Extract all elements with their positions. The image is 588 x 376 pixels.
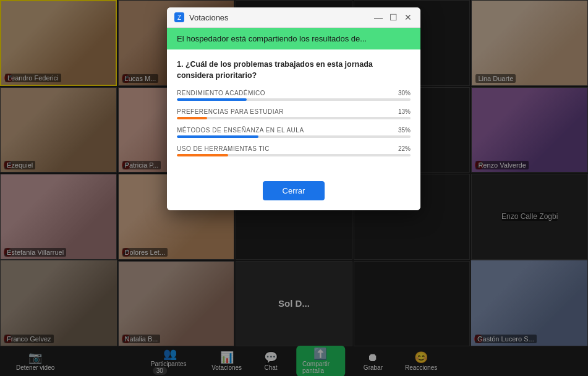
- modal-title: Votaciones: [189, 13, 373, 22]
- poll-item: PREFERENCIAS PARA ESTUDIAR 13%: [177, 108, 411, 119]
- poll-item-pct: 30%: [398, 90, 411, 96]
- app-icon: Z: [174, 12, 184, 22]
- close-button[interactable]: ✕: [403, 12, 413, 22]
- poll-item-pct: 35%: [398, 127, 411, 134]
- poll-item-label: MÉTODOS DE ENSEÑANZA EN EL AULA: [177, 127, 304, 134]
- poll-bar-bg: [177, 154, 411, 156]
- poll-bar-bg: [177, 117, 411, 119]
- poll-item-pct: 13%: [398, 108, 411, 115]
- cerrar-button[interactable]: Cerrar: [263, 181, 325, 200]
- modal-controls: — ☐ ✕: [373, 12, 413, 22]
- poll-bar-bg: [177, 135, 411, 138]
- poll-item: USO DE HERRAMIENTAS TIC 22%: [177, 145, 411, 156]
- poll-item-pct: 22%: [398, 145, 411, 152]
- poll-bar-fill: [177, 98, 247, 101]
- modal-titlebar: Z Votaciones — ☐ ✕: [167, 7, 420, 28]
- poll-items-container: RENDIMIENTO ACADÉMICO 30% PREFERENCIAS P…: [177, 90, 411, 156]
- minimize-button[interactable]: —: [373, 12, 383, 22]
- poll-item-label: RENDIMIENTO ACADÉMICO: [177, 90, 265, 96]
- poll-item-label: PREFERENCIAS PARA ESTUDIAR: [177, 108, 284, 115]
- poll-question: 1. ¿Cuál de los problemas trabajados en …: [177, 59, 411, 81]
- poll-bar-fill: [177, 154, 228, 156]
- votaciones-modal: Z Votaciones — ☐ ✕ El hospedador está co…: [167, 7, 420, 210]
- poll-bar-bg: [177, 98, 411, 101]
- modal-body: 1. ¿Cuál de los problemas trabajados en …: [167, 49, 420, 174]
- poll-item: MÉTODOS DE ENSEÑANZA EN EL AULA 35%: [177, 127, 411, 138]
- poll-bar-fill: [177, 117, 207, 119]
- modal-banner: El hospedador está compartiendo los resu…: [167, 28, 420, 49]
- poll-item-label: USO DE HERRAMIENTAS TIC: [177, 145, 270, 152]
- modal-footer: Cerrar: [167, 174, 420, 210]
- poll-bar-fill: [177, 135, 258, 138]
- maximize-button[interactable]: ☐: [388, 12, 398, 22]
- poll-item: RENDIMIENTO ACADÉMICO 30%: [177, 90, 411, 101]
